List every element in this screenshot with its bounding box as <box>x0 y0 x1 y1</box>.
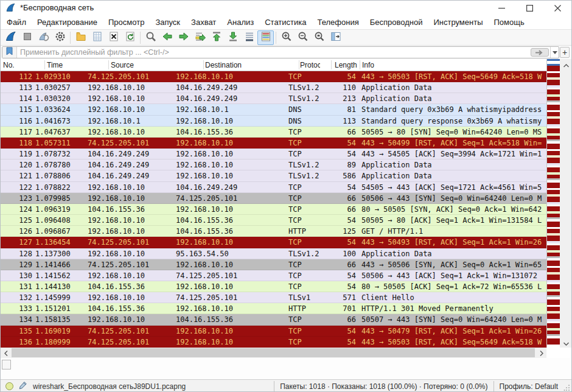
display-filter-input[interactable]: Применить дисплейный фильтр ... <Ctrl-/> <box>2 46 559 58</box>
maximize-button[interactable] <box>515 1 543 15</box>
scroll-left-button[interactable] <box>1 348 11 358</box>
add-filter-button[interactable]: + <box>560 47 570 58</box>
packet-row[interactable]: 117 1.047637 192.168.10.10 104.16.155.36… <box>1 127 546 138</box>
menu-statistics[interactable]: Статистика <box>259 16 312 29</box>
packet-destination: 104.16.155.36 <box>174 215 287 226</box>
restart-capture-button[interactable] <box>35 30 52 45</box>
find-packet-button[interactable] <box>142 30 159 45</box>
zoom-out-button[interactable] <box>295 30 311 45</box>
capture-options-button[interactable] <box>52 30 68 45</box>
close-file-button[interactable] <box>105 30 122 45</box>
column-header-dst[interactable]: Destination <box>174 61 287 69</box>
menu-capture[interactable]: Захват <box>186 16 221 29</box>
packet-row[interactable]: 129 1.141466 74.125.205.101 192.168.10.1… <box>1 259 546 270</box>
zoom-original-button[interactable] <box>311 30 327 45</box>
save-file-button[interactable] <box>89 30 105 45</box>
go-bottom-button[interactable] <box>225 30 241 45</box>
packet-row[interactable]: 113 1.030257 192.168.10.10 104.16.249.24… <box>1 82 546 93</box>
resize-columns-button[interactable] <box>327 30 344 45</box>
scroll-up-button[interactable] <box>560 59 572 69</box>
minimap-stripe <box>547 245 560 250</box>
go-top-button[interactable] <box>208 30 225 45</box>
packet-row[interactable]: 120 1.078780 104.16.249.249 192.168.10.1… <box>1 159 546 170</box>
packet-protocol: TCP <box>287 149 320 159</box>
packet-row[interactable]: 134 1.158135 192.168.10.10 104.16.155.36… <box>1 314 546 325</box>
colorize-button[interactable] <box>257 30 274 45</box>
profile-selector[interactable]: Профиль: Default <box>494 381 564 392</box>
packet-row[interactable]: 131 1.144130 104.16.155.36 192.168.10.10… <box>1 281 546 292</box>
horizontal-scrollbar[interactable] <box>1 348 546 358</box>
column-separator[interactable] <box>44 60 45 69</box>
menu-go[interactable]: Запуск <box>150 16 186 29</box>
column-header-no[interactable]: No. <box>1 61 34 69</box>
zoom-in-button[interactable] <box>278 30 295 45</box>
packet-row[interactable]: 112 1.029310 74.125.205.101 192.168.10.1… <box>1 71 546 82</box>
restart-capture-icon <box>38 30 50 45</box>
packet-row[interactable]: 124 1.096319 104.16.155.36 192.168.10.10… <box>1 204 546 215</box>
expert-info-icon[interactable] <box>5 382 13 390</box>
column-header-time[interactable]: Time <box>34 61 86 69</box>
menu-telephony[interactable]: Телефония <box>312 16 364 29</box>
packet-row[interactable]: 133 1.151201 104.16.155.36 192.168.10.10… <box>1 303 546 314</box>
reload-file-button[interactable] <box>122 30 138 45</box>
packet-row[interactable]: 121 1.078806 104.16.249.249 192.168.10.1… <box>1 170 546 181</box>
column-header-len[interactable]: Length <box>320 61 360 69</box>
column-separator[interactable] <box>360 60 360 69</box>
horizontal-scrollbar-thumb[interactable] <box>12 348 535 357</box>
packet-row[interactable]: 122 1.078822 192.168.10.10 104.16.249.24… <box>1 182 546 193</box>
packet-row[interactable]: 126 1.096867 192.168.10.10 104.16.155.36… <box>1 226 546 237</box>
go-forward-button[interactable] <box>175 30 192 45</box>
menu-tools[interactable]: Инструменты <box>428 16 488 29</box>
menu-view[interactable]: Просмотр <box>103 16 150 29</box>
packet-info: Standard query 0x3b69 A whatismyipaddres… <box>360 104 546 115</box>
packet-source: 192.168.10.10 <box>86 248 174 259</box>
resize-grip[interactable] <box>563 381 571 392</box>
capture-comment-icon[interactable] <box>19 381 27 391</box>
scroll-right-button[interactable] <box>536 348 546 358</box>
column-header-proto[interactable]: Protocol <box>287 61 320 69</box>
pane-splitter-handle[interactable] <box>2 360 11 369</box>
start-capture-button[interactable] <box>2 30 19 45</box>
menu-edit[interactable]: Редактирование <box>32 16 103 29</box>
scroll-down-button[interactable] <box>560 337 572 348</box>
minimize-button[interactable] <box>487 1 515 15</box>
filter-bookmark-button[interactable] <box>2 47 17 58</box>
minimap-stripe <box>547 183 560 188</box>
column-separator[interactable] <box>108 60 109 69</box>
packet-row[interactable]: 114 1.030320 192.168.10.10 104.16.249.24… <box>1 93 546 104</box>
go-forward-icon <box>178 30 190 45</box>
go-to-packet-button[interactable] <box>192 30 208 45</box>
column-separator[interactable] <box>331 60 332 69</box>
packet-row[interactable]: 136 1.180999 74.125.205.101 192.168.10.1… <box>1 337 546 348</box>
stop-capture-button[interactable] <box>19 30 35 45</box>
packet-source: 104.16.249.249 <box>86 159 174 170</box>
open-file-button[interactable] <box>72 30 89 45</box>
menu-help[interactable]: Помощь <box>489 16 530 29</box>
packet-source: 74.125.205.101 <box>86 138 174 149</box>
packet-row[interactable]: 118 1.057311 74.125.205.101 192.168.10.1… <box>1 138 546 149</box>
packet-row[interactable]: 128 1.137300 192.168.10.10 95.163.54.50 … <box>1 248 546 259</box>
menu-file[interactable]: Файл <box>1 16 32 29</box>
menu-wireless[interactable]: Беспроводной <box>364 16 428 29</box>
packet-row[interactable]: 130 1.141562 192.168.10.10 74.125.205.10… <box>1 270 546 281</box>
packet-row[interactable]: 123 1.079985 192.168.10.10 74.125.205.10… <box>1 193 546 204</box>
packet-row[interactable]: 135 1.169019 74.125.205.101 192.168.10.1… <box>1 326 546 337</box>
packet-minimap-scrollbar[interactable] <box>546 59 560 348</box>
column-header-src[interactable]: Source <box>86 61 174 69</box>
packet-row[interactable]: 132 1.145999 192.168.10.10 74.125.205.10… <box>1 292 546 303</box>
vertical-scrollbar[interactable] <box>560 59 572 348</box>
close-button[interactable] <box>543 1 571 15</box>
column-separator[interactable] <box>203 60 204 69</box>
apply-filter-button[interactable] <box>531 48 549 57</box>
go-back-button[interactable] <box>159 30 175 45</box>
packet-row[interactable]: 125 1.096408 192.168.10.10 104.16.155.36… <box>1 215 546 226</box>
auto-scroll-button[interactable] <box>241 30 257 45</box>
menu-analyze[interactable]: Анализ <box>221 16 259 29</box>
packet-row[interactable]: 119 1.078732 104.16.249.249 192.168.10.1… <box>1 149 546 159</box>
column-header-info[interactable]: Info <box>360 61 546 69</box>
filter-history-dropdown[interactable] <box>550 47 559 58</box>
packet-row[interactable]: 127 1.136454 74.125.205.101 192.168.10.1… <box>1 237 546 248</box>
packet-row[interactable]: 116 1.041673 192.168.10.1 192.168.10.10 … <box>1 116 546 127</box>
packet-row[interactable]: 115 1.033624 192.168.10.10 192.168.10.1 … <box>1 104 546 115</box>
column-separator[interactable] <box>299 60 299 69</box>
